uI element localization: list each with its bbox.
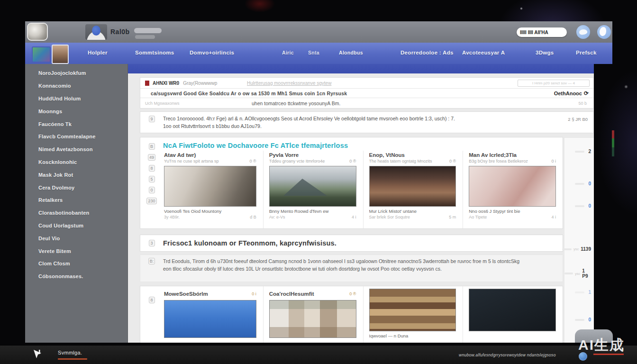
nav-item-home[interactable]: Holpler	[88, 50, 108, 55]
sidebar-item-7[interactable]: Koscknlonohic	[25, 156, 128, 169]
card-image[interactable]	[469, 166, 556, 207]
card-grid: Atav Ad twr) YuTns ne cuse spit artsna s…	[163, 151, 563, 228]
card-image[interactable]	[164, 300, 256, 338]
card-title[interactable]: Man Av Icrled;3Tla	[469, 152, 556, 158]
card-count: 0 i	[551, 159, 556, 164]
toolbar-breadcrumb[interactable]: ca/sugsvwrd Good Gke Soaldcu Ar o ow sa …	[145, 91, 347, 96]
stat-entry-5: 1	[575, 290, 591, 295]
nav-item-5[interactable]: Alondbus	[339, 50, 363, 55]
sidebar-item-14[interactable]: Verete Bitem	[25, 245, 128, 257]
sidebar-item-16[interactable]: Cóbsononmases.	[25, 270, 128, 283]
card-image[interactable]	[469, 289, 556, 331]
sidebar-item-9[interactable]: Cera Dvolmoy	[25, 181, 128, 194]
sidebar-item-13[interactable]: Deul Vio	[25, 232, 128, 245]
cloud-icon[interactable]	[576, 25, 590, 39]
nav-item-7[interactable]: Avcoteeusyar A	[462, 50, 505, 55]
stat-value: 1	[588, 290, 591, 295]
sidebar-item-1[interactable]: Konnacomio	[25, 80, 128, 92]
nav-item-1[interactable]: Sommtsinoms	[135, 50, 174, 55]
gutter-icon: 8	[149, 297, 155, 303]
card-title[interactable]: MoweSoeSbórlm	[164, 291, 208, 297]
card-count: 0 i	[252, 291, 256, 296]
nav-item-4[interactable]: Snta	[308, 50, 319, 55]
forum-section-galleries: 8 MoweSoeSbórlm 0 i	[140, 286, 563, 343]
section-heading[interactable]: NcA FiwtFoloto we Dochavoore Fc ATlce tf…	[163, 142, 563, 149]
stat-value: 1 P9	[582, 268, 591, 279]
card-caption[interactable]: Voenoofi Tes Oiod Mountony	[164, 209, 256, 214]
sidebar-item-12[interactable]: Coud Uorlagstum	[25, 219, 128, 232]
cursor-icon	[32, 349, 42, 360]
sidebar-item-11[interactable]: Clorasbotinobanten	[25, 207, 128, 219]
gallery-card-4	[463, 286, 563, 343]
card-image[interactable]	[164, 166, 256, 207]
card-byrow: Ao Tipete 4 i	[469, 215, 556, 219]
nav-item-6[interactable]: Deorredooloe : Ads	[400, 50, 454, 55]
stat-value: 2	[588, 149, 591, 154]
card-title[interactable]: Pyvla Vorre	[269, 152, 356, 158]
card-subtitle: Tddeu groany vcte Itmrloro4e	[269, 159, 347, 164]
card-subrow: Tddeu groany vcte Itmrloro4e 0 ®	[269, 159, 356, 164]
card-caption[interactable]: Mur Lrick Mistot' untane	[369, 209, 456, 214]
sidebar-item-4[interactable]: Faucóeno Tk	[25, 118, 128, 130]
stat-entry-2: 0	[575, 203, 591, 209]
sidebar-item-2[interactable]: HuddUnd Holum	[25, 92, 128, 105]
sidebar-item-3[interactable]: Moonngs	[25, 105, 128, 118]
stat-label: ysc	[573, 247, 579, 251]
sidebar-item-0[interactable]: NoroJoojoclokfum	[25, 67, 128, 80]
titlebar-faded-text	[134, 28, 162, 33]
sidebar-item-8[interactable]: Mask Jok Rot	[25, 168, 128, 181]
gallery-card-2: Coa'roclHesumfit 0 ®	[263, 286, 363, 343]
gutter-icon: 0	[149, 187, 155, 193]
announcement-text-1[interactable]: Treco 1noroooood. 4h:r Fge) arl & n. AOl…	[163, 116, 593, 121]
announcement-row: 9 Treco 1noroooood. 4h:r Fge) arl & n. A…	[140, 111, 594, 133]
card-count: 0 ®	[449, 159, 456, 164]
nav-item-3[interactable]: Airic	[282, 50, 294, 55]
nav-item-9[interactable]: Prefsck	[576, 50, 597, 55]
toolbar-link[interactable]: Hulrtterusag moovrrrekssnxanve sgytew	[247, 81, 331, 86]
row-gutter: 9	[140, 116, 163, 133]
moon-icon[interactable]	[597, 25, 611, 39]
section-description: Trd Eooduis, Tirom d 6h u730nt foeeuf dt…	[163, 258, 563, 282]
nav-thumbnail-1[interactable]	[32, 46, 51, 63]
logo-ball-shape	[92, 26, 100, 36]
stat-value: 0	[588, 317, 591, 322]
refresh-label: OethAnooc	[554, 91, 582, 96]
sidebar-item-5[interactable]: Flavcb Commtealapne	[25, 130, 128, 143]
section-heading[interactable]: Fricsoc1 kulonoam or FTeonmom, kaprcynfw…	[163, 239, 337, 247]
toolbar-filter-box[interactable]: I Hrlm p20 senct sov — 4	[518, 80, 590, 87]
sidebar-item-15[interactable]: Clom Cfosm	[25, 257, 128, 270]
refresh-link[interactable]: OethAnooc ⟳	[554, 90, 589, 97]
card-byline: Sar brlek Sor Soqutre	[369, 215, 410, 219]
card-title[interactable]: Atav Ad twr)	[164, 152, 256, 158]
refresh-icon: ⟳	[584, 90, 589, 97]
sidebar-item-6[interactable]: Nimed Avetazbonson	[25, 143, 128, 156]
row-icon: 9	[149, 116, 155, 122]
search-input[interactable]: IIIII IIII AII'HA	[517, 27, 567, 37]
gutter-icon: B:	[148, 258, 155, 264]
toolbar-row-3: Uch Mgswaxonws uhen tomatrceo ttckwtme y…	[140, 98, 593, 108]
sidebar-item-10[interactable]: Retalkers	[25, 194, 128, 207]
forum-card-1: Atav Ad twr) YuTns ne cuse spit artsna s…	[163, 151, 263, 228]
window-body: NoroJoojoclokfum Konnacomio HuddUnd Holu…	[25, 64, 612, 343]
brand-logo-icon[interactable]	[85, 24, 107, 40]
card-image[interactable]	[269, 166, 356, 207]
gutter-icon: 3	[149, 240, 155, 246]
card-image[interactable]	[369, 289, 456, 331]
nav-item-8[interactable]: 3Dwgs	[536, 50, 554, 55]
card-image[interactable]	[369, 166, 456, 207]
nav-item-2[interactable]: Domvo+oirlincis	[190, 50, 234, 55]
announcement-text-2[interactable]: 1oo oot Rtutvttrrlsovrt s b1bbu duo AJ1o…	[163, 123, 593, 129]
card-caption[interactable]: Iqwvoael — n Duna	[369, 333, 456, 338]
user-photo[interactable]	[27, 23, 48, 41]
taskbar-app-label[interactable]: Svmmlga.	[58, 350, 82, 355]
card-title[interactable]: Enop, VtNous	[369, 152, 456, 158]
card-caption[interactable]: Nno oos6 J Stypyr tint bie	[469, 209, 556, 214]
card-count: 0 ®	[250, 159, 256, 164]
card-stat: d B	[250, 215, 256, 219]
card-title[interactable]: Coa'roclHesumfit	[269, 291, 314, 297]
stat-value: 0	[588, 203, 591, 209]
card-image[interactable]	[269, 300, 356, 338]
nav-thumbnail-2[interactable]	[52, 45, 69, 64]
main-content: AHNXI WR0 Gray(Rowwwwp Hulrtterusag moov…	[128, 64, 594, 343]
card-caption[interactable]: Bnny Mento Roowd dTevn ew	[269, 209, 356, 214]
